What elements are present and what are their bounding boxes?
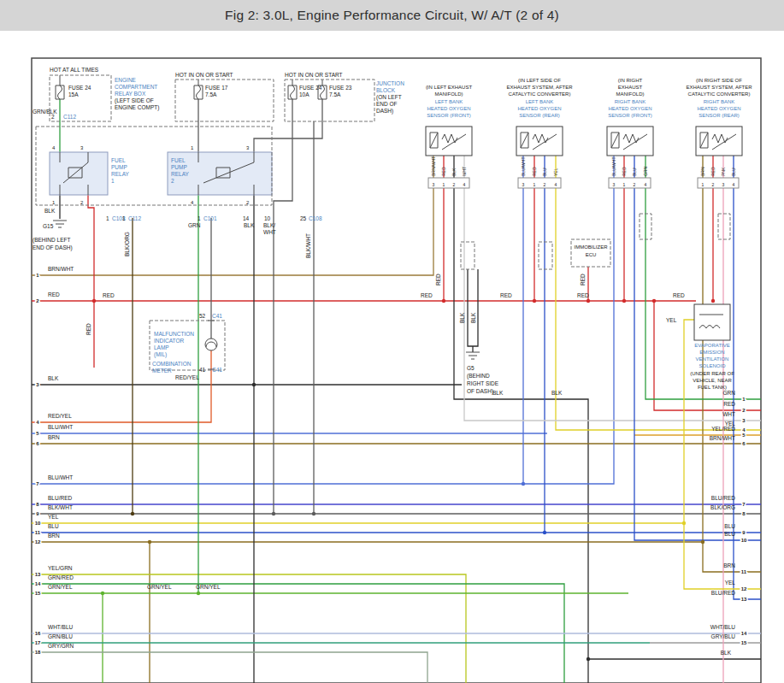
diagram-label: RED xyxy=(622,167,627,176)
fuse-24-15a-icon xyxy=(56,75,64,99)
diagram-label: HEATED OXYGEN xyxy=(608,106,651,111)
diagram-label: 13 xyxy=(35,572,41,577)
diagram-label: BLU/RED xyxy=(48,495,72,501)
diagram-label: HOT IN ON OR START xyxy=(285,72,343,78)
diagram-label: BRN/WHT xyxy=(48,266,74,272)
diagram-label: EVAPORATIVE xyxy=(694,343,729,348)
diagram-label: HEATED OXYGEN xyxy=(697,106,740,111)
diagram-label: 10A xyxy=(299,91,309,97)
diagram-label: BLK/ORG xyxy=(710,504,735,510)
diagram-label: PUMP xyxy=(171,164,187,170)
diagram-label: BLK xyxy=(48,375,59,381)
diagram-label: COMBINATION xyxy=(152,361,192,367)
diagram-label: SENSOR (FRONT) xyxy=(608,113,652,118)
junction-dot xyxy=(587,657,590,661)
diagram-label: HEATED OXYGEN xyxy=(427,106,470,111)
diagram-label: RED xyxy=(421,292,433,298)
inline-connector xyxy=(539,242,552,269)
diagram-label: 2 xyxy=(246,200,250,205)
diagram-label: 11 xyxy=(35,530,41,535)
diagram-label: RED xyxy=(435,274,441,286)
diagram-label: RED xyxy=(710,167,716,176)
diagram-label: RED xyxy=(103,292,115,298)
diagram-label: BRN xyxy=(700,167,705,176)
diagram-label: G5 xyxy=(467,365,475,371)
diagram-label: 1 xyxy=(106,215,109,221)
diagram-label: 4 xyxy=(463,182,466,187)
diagram-label: FUSE 24 xyxy=(68,85,91,91)
diagram-label: RED xyxy=(500,292,512,298)
diagram-label: 3 xyxy=(522,182,525,187)
diagram-label: BRN/WHT xyxy=(710,435,735,441)
diagram-label: FUEL xyxy=(171,157,186,163)
diagram-label: HEATED OXYGEN xyxy=(517,106,561,111)
diagram-label: (IN RIGHT SIDE OF xyxy=(696,78,742,83)
diagram-label: PUMP xyxy=(111,164,127,170)
diagram-label: 11 xyxy=(741,569,747,574)
diagram-label: GRN xyxy=(723,390,736,396)
diagram-label: 1 xyxy=(623,182,626,187)
diagram-label: 2 xyxy=(80,200,84,205)
diagram-label: C101 xyxy=(203,215,217,221)
diagram-label: BLK/ORG xyxy=(124,232,130,256)
diagram-label: FUSE 24 xyxy=(299,85,322,91)
diagram-label: 25 xyxy=(300,215,307,221)
diagram-label: 12 xyxy=(741,586,747,592)
diagram-label: RED xyxy=(85,323,91,335)
diagram-label: BLU/WHT xyxy=(521,157,526,177)
diagram-label: HOT IN ON OR START xyxy=(175,72,233,78)
diagram-label: YEL/GRN xyxy=(48,565,73,571)
diagram-label: YEL xyxy=(48,514,59,520)
diagram-label: METER xyxy=(152,368,172,374)
diagram-label: RED/YEL xyxy=(48,413,72,419)
wire-relay-red xyxy=(88,195,94,368)
fuse-17-icon xyxy=(194,79,203,99)
diagram-label: BLK xyxy=(44,208,56,214)
diagram-label: BLU xyxy=(632,168,637,176)
diagram-label: C112 xyxy=(128,215,141,221)
diagram-label: MALFUNCTION xyxy=(154,331,194,337)
wire-grygrn-row18 xyxy=(32,652,427,683)
diagram-label: (BEHIND xyxy=(467,373,490,380)
diagram-label: GRN xyxy=(188,222,201,228)
junction-dot xyxy=(652,299,656,303)
diagram-label: (MIL) xyxy=(154,351,167,358)
diagram-label: GRY/BLU xyxy=(711,633,736,639)
diagram-label: BLK xyxy=(459,312,465,323)
diagram-label: GRN/RED xyxy=(48,574,74,580)
diagram-label: 1 xyxy=(443,182,445,187)
junction-dot xyxy=(442,299,445,303)
diagram-label: GRN/YEL xyxy=(48,584,73,590)
diagram-label: END OF DASH) xyxy=(32,244,73,251)
junction-dot xyxy=(522,482,525,486)
wire-yelgrn-row13 xyxy=(32,574,466,683)
diagram-label: YEL xyxy=(553,168,558,176)
wire-jb-fuse24-v xyxy=(274,99,292,514)
diagram-label: 1 xyxy=(197,215,201,221)
diagram-label: 10 xyxy=(264,215,271,221)
diagram-label: 2 xyxy=(453,182,456,187)
diagram-label: (IN RIGHT xyxy=(618,78,643,83)
diagram-label: RIGHT SIDE xyxy=(467,380,499,386)
evap-vent-solenoid-box xyxy=(694,304,730,340)
diagram-label: 16 xyxy=(35,631,41,636)
diagram-label: BLK xyxy=(451,168,457,176)
diagram-label: WHT/BLU xyxy=(48,624,74,630)
diagram-label: SOLENOID xyxy=(699,363,726,368)
diagram-label: PNK xyxy=(721,167,726,176)
diagram-label: 14 xyxy=(741,631,747,636)
diagram-label: 4 xyxy=(555,182,557,187)
diagram-label: 15A xyxy=(68,91,79,97)
diagram-label: (UNDER REAR OF xyxy=(690,371,734,376)
diagram-label: BLK/WHT xyxy=(48,504,73,510)
diagram-label: WHT xyxy=(263,229,276,235)
diagram-label: 2 xyxy=(634,182,636,187)
diagram-label: ENGINE COMPT) xyxy=(115,104,159,111)
diagram-label: WHT xyxy=(722,411,735,417)
junction-dot xyxy=(131,512,134,515)
diagram-label: RED xyxy=(723,401,735,407)
diagram-label: BRN xyxy=(723,562,735,568)
diagram-label: 13 xyxy=(741,597,747,602)
diagram-label: YEL xyxy=(725,580,736,586)
diagram-label: WHT xyxy=(462,167,467,176)
